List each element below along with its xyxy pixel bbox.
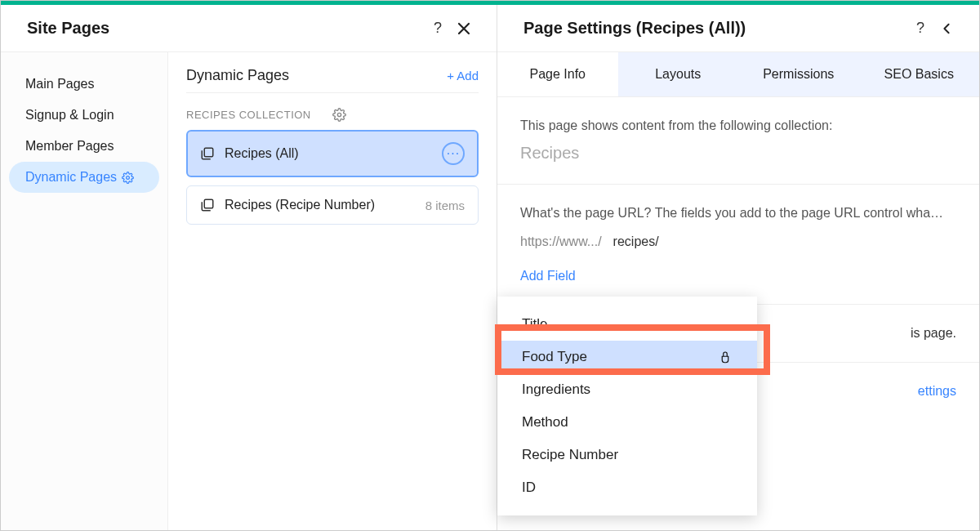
page-settings-panel: Page Settings (Recipes (All)) ? Page Inf… <box>497 5 979 531</box>
collection-name: Recipes <box>520 140 956 166</box>
collection-icon <box>200 146 215 161</box>
gear-icon[interactable] <box>122 172 134 184</box>
nav-signup-login[interactable]: Signup & Login <box>1 100 167 131</box>
nav-label: Main Pages <box>25 77 95 91</box>
svg-rect-3 <box>204 199 213 208</box>
close-icon[interactable] <box>451 16 477 42</box>
nav-label: Dynamic Pages <box>25 170 117 185</box>
url-base: https://www.../ <box>520 231 602 252</box>
collection-icon <box>200 198 215 212</box>
help-icon[interactable]: ? <box>425 16 451 42</box>
page-settings-title: Page Settings (Recipes (All)) <box>523 19 907 38</box>
tab-page-info[interactable]: Page Info <box>497 52 618 96</box>
dropdown-item-method[interactable]: Method <box>497 406 757 439</box>
card-label: Recipes (Recipe Number) <box>225 198 425 212</box>
page-card-recipes-number[interactable]: Recipes (Recipe Number) 8 items <box>186 185 479 225</box>
page-card-recipes-all[interactable]: Recipes (All) ··· <box>186 130 479 177</box>
obscured-text: is page. <box>911 326 956 340</box>
tab-seo-basics[interactable]: SEO Basics <box>859 52 980 96</box>
content-heading: Dynamic Pages <box>186 67 447 84</box>
svg-point-1 <box>337 113 341 116</box>
nav-main-pages[interactable]: Main Pages <box>1 69 167 100</box>
more-icon[interactable]: ··· <box>442 142 465 165</box>
help-icon[interactable]: ? <box>907 16 933 42</box>
dynamic-pages-content: Dynamic Pages + Add RECIPES COLLECTION <box>168 52 497 531</box>
collection-label: RECIPES COLLECTION <box>186 109 332 121</box>
nav-member-pages[interactable]: Member Pages <box>1 131 167 162</box>
url-path: recipes/ <box>613 231 659 252</box>
back-icon[interactable] <box>933 16 960 42</box>
card-label: Recipes (All) <box>225 146 442 161</box>
advanced-settings-link[interactable]: ettings <box>918 384 956 398</box>
dropdown-item-id[interactable]: ID <box>497 471 757 504</box>
add-page-link[interactable]: + Add <box>447 69 479 83</box>
tab-layouts[interactable]: Layouts <box>618 52 739 96</box>
add-field-link[interactable]: Add Field <box>520 266 956 287</box>
dropdown-item-food-type[interactable]: Food Type <box>497 341 757 373</box>
dropdown-item-title[interactable]: Title <box>497 308 757 341</box>
tab-permissions[interactable]: Permissions <box>738 52 859 96</box>
side-nav: Main Pages Signup & Login Member Pages D… <box>1 52 168 531</box>
nav-dynamic-pages[interactable]: Dynamic Pages <box>9 162 159 193</box>
svg-rect-2 <box>204 148 213 157</box>
card-meta: 8 items <box>425 199 465 212</box>
cursor-icon <box>718 349 733 365</box>
site-pages-title: Site Pages <box>27 19 425 38</box>
dropdown-item-recipe-number[interactable]: Recipe Number <box>497 439 757 471</box>
dropdown-item-ingredients[interactable]: Ingredients <box>497 373 757 406</box>
gear-icon[interactable] <box>332 108 479 122</box>
dropdown-label: Food Type <box>522 349 587 365</box>
collection-lead: This page shows content from the followi… <box>520 115 956 136</box>
nav-label: Member Pages <box>25 139 114 154</box>
url-lead: What's the page URL? The fields you add … <box>520 203 956 224</box>
field-dropdown: Title Food Type Ingredients Method Recip… <box>497 297 757 515</box>
nav-label: Signup & Login <box>25 108 114 123</box>
svg-point-0 <box>127 176 130 179</box>
site-pages-panel: Site Pages ? Main Pages Signup & Login M… <box>1 5 497 531</box>
settings-tabs: Page Info Layouts Permissions SEO Basics <box>497 52 979 97</box>
